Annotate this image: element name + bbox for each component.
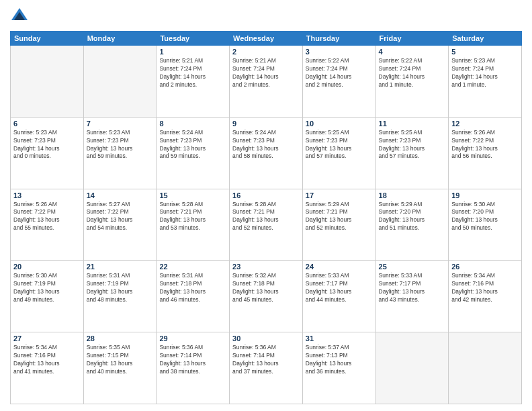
day-number: 26 xyxy=(451,263,519,271)
calendar-cell: 20Sunrise: 5:30 AM Sunset: 7:19 PM Dayli… xyxy=(11,261,84,332)
header xyxy=(10,7,522,26)
day-number: 1 xyxy=(159,48,226,56)
day-number: 18 xyxy=(379,191,446,199)
calendar-week-2: 6Sunrise: 5:23 AM Sunset: 7:23 PM Daylig… xyxy=(11,117,522,189)
calendar-cell: 21Sunrise: 5:31 AM Sunset: 7:19 PM Dayli… xyxy=(83,261,157,332)
day-number: 20 xyxy=(13,263,81,271)
day-number: 24 xyxy=(306,263,373,271)
calendar-cell: 18Sunrise: 5:29 AM Sunset: 7:20 PM Dayli… xyxy=(375,189,449,261)
cell-info: Sunrise: 5:25 AM Sunset: 7:23 PM Dayligh… xyxy=(379,129,446,161)
day-number: 30 xyxy=(232,334,300,342)
calendar-week-4: 20Sunrise: 5:30 AM Sunset: 7:19 PM Dayli… xyxy=(11,261,522,332)
cell-info: Sunrise: 5:36 AM Sunset: 7:14 PM Dayligh… xyxy=(232,344,300,376)
calendar-table: SundayMondayTuesdayWednesdayThursdayFrid… xyxy=(10,31,522,404)
weekday-header-wednesday: Wednesday xyxy=(230,32,303,46)
cell-info: Sunrise: 5:29 AM Sunset: 7:21 PM Dayligh… xyxy=(306,201,373,233)
day-number: 28 xyxy=(87,334,154,342)
calendar-cell: 16Sunrise: 5:28 AM Sunset: 7:21 PM Dayli… xyxy=(230,189,303,261)
day-number: 22 xyxy=(159,263,226,271)
cell-info: Sunrise: 5:24 AM Sunset: 7:23 PM Dayligh… xyxy=(159,129,226,161)
cell-info: Sunrise: 5:21 AM Sunset: 7:24 PM Dayligh… xyxy=(159,57,226,89)
cell-info: Sunrise: 5:23 AM Sunset: 7:23 PM Dayligh… xyxy=(87,129,154,161)
cell-info: Sunrise: 5:37 AM Sunset: 7:13 PM Dayligh… xyxy=(306,344,373,376)
calendar-cell: 14Sunrise: 5:27 AM Sunset: 7:22 PM Dayli… xyxy=(83,189,157,261)
day-number: 17 xyxy=(306,191,373,199)
calendar-cell: 12Sunrise: 5:26 AM Sunset: 7:22 PM Dayli… xyxy=(449,117,522,189)
weekday-header-row: SundayMondayTuesdayWednesdayThursdayFrid… xyxy=(11,32,522,46)
weekday-header-sunday: Sunday xyxy=(11,32,84,46)
cell-info: Sunrise: 5:32 AM Sunset: 7:18 PM Dayligh… xyxy=(232,272,300,304)
calendar-cell: 28Sunrise: 5:35 AM Sunset: 7:15 PM Dayli… xyxy=(83,332,157,404)
calendar-cell xyxy=(11,46,84,118)
cell-info: Sunrise: 5:28 AM Sunset: 7:21 PM Dayligh… xyxy=(159,201,226,233)
calendar-cell: 15Sunrise: 5:28 AM Sunset: 7:21 PM Dayli… xyxy=(157,189,230,261)
cell-info: Sunrise: 5:34 AM Sunset: 7:16 PM Dayligh… xyxy=(13,344,81,376)
calendar-cell: 23Sunrise: 5:32 AM Sunset: 7:18 PM Dayli… xyxy=(230,261,303,332)
calendar-cell: 19Sunrise: 5:30 AM Sunset: 7:20 PM Dayli… xyxy=(449,189,522,261)
calendar-cell: 29Sunrise: 5:36 AM Sunset: 7:14 PM Dayli… xyxy=(157,332,230,404)
weekday-header-friday: Friday xyxy=(375,32,449,46)
calendar-cell: 5Sunrise: 5:23 AM Sunset: 7:24 PM Daylig… xyxy=(449,46,522,118)
calendar-cell: 7Sunrise: 5:23 AM Sunset: 7:23 PM Daylig… xyxy=(83,117,157,189)
calendar-cell xyxy=(375,332,449,404)
cell-info: Sunrise: 5:31 AM Sunset: 7:18 PM Dayligh… xyxy=(159,272,226,304)
weekday-header-tuesday: Tuesday xyxy=(157,32,230,46)
calendar-cell: 26Sunrise: 5:34 AM Sunset: 7:16 PM Dayli… xyxy=(449,261,522,332)
day-number: 3 xyxy=(306,48,373,56)
calendar-cell: 6Sunrise: 5:23 AM Sunset: 7:23 PM Daylig… xyxy=(11,117,84,189)
day-number: 9 xyxy=(232,120,300,128)
calendar-cell: 9Sunrise: 5:24 AM Sunset: 7:23 PM Daylig… xyxy=(230,117,303,189)
cell-info: Sunrise: 5:22 AM Sunset: 7:24 PM Dayligh… xyxy=(306,57,373,89)
weekday-header-thursday: Thursday xyxy=(302,32,375,46)
day-number: 12 xyxy=(451,120,519,128)
calendar-cell: 3Sunrise: 5:22 AM Sunset: 7:24 PM Daylig… xyxy=(302,46,375,118)
day-number: 31 xyxy=(306,334,373,342)
calendar-cell: 27Sunrise: 5:34 AM Sunset: 7:16 PM Dayli… xyxy=(11,332,84,404)
day-number: 13 xyxy=(13,191,81,199)
weekday-header-monday: Monday xyxy=(83,32,157,46)
calendar-cell: 1Sunrise: 5:21 AM Sunset: 7:24 PM Daylig… xyxy=(157,46,230,118)
day-number: 4 xyxy=(379,48,446,56)
calendar-cell: 11Sunrise: 5:25 AM Sunset: 7:23 PM Dayli… xyxy=(375,117,449,189)
cell-info: Sunrise: 5:28 AM Sunset: 7:21 PM Dayligh… xyxy=(232,201,300,233)
cell-info: Sunrise: 5:35 AM Sunset: 7:15 PM Dayligh… xyxy=(87,344,154,376)
calendar-week-5: 27Sunrise: 5:34 AM Sunset: 7:16 PM Dayli… xyxy=(11,332,522,404)
calendar-cell: 31Sunrise: 5:37 AM Sunset: 7:13 PM Dayli… xyxy=(302,332,375,404)
calendar-cell: 24Sunrise: 5:33 AM Sunset: 7:17 PM Dayli… xyxy=(302,261,375,332)
cell-info: Sunrise: 5:24 AM Sunset: 7:23 PM Dayligh… xyxy=(232,129,300,161)
day-number: 8 xyxy=(159,120,226,128)
cell-info: Sunrise: 5:21 AM Sunset: 7:24 PM Dayligh… xyxy=(232,57,300,89)
cell-info: Sunrise: 5:34 AM Sunset: 7:16 PM Dayligh… xyxy=(451,272,519,304)
day-number: 5 xyxy=(451,48,519,56)
cell-info: Sunrise: 5:33 AM Sunset: 7:17 PM Dayligh… xyxy=(379,272,446,304)
day-number: 2 xyxy=(232,48,300,56)
calendar-cell: 13Sunrise: 5:26 AM Sunset: 7:22 PM Dayli… xyxy=(11,189,84,261)
day-number: 15 xyxy=(159,191,226,199)
day-number: 25 xyxy=(379,263,446,271)
day-number: 21 xyxy=(87,263,154,271)
calendar-cell: 2Sunrise: 5:21 AM Sunset: 7:24 PM Daylig… xyxy=(230,46,303,118)
cell-info: Sunrise: 5:26 AM Sunset: 7:22 PM Dayligh… xyxy=(451,129,519,161)
day-number: 29 xyxy=(159,334,226,342)
cell-info: Sunrise: 5:22 AM Sunset: 7:24 PM Dayligh… xyxy=(379,57,446,89)
calendar-week-1: 1Sunrise: 5:21 AM Sunset: 7:24 PM Daylig… xyxy=(11,46,522,118)
calendar-cell: 8Sunrise: 5:24 AM Sunset: 7:23 PM Daylig… xyxy=(157,117,230,189)
cell-info: Sunrise: 5:23 AM Sunset: 7:23 PM Dayligh… xyxy=(13,129,81,161)
logo xyxy=(10,7,32,26)
weekday-header-saturday: Saturday xyxy=(449,32,522,46)
calendar-cell: 30Sunrise: 5:36 AM Sunset: 7:14 PM Dayli… xyxy=(230,332,303,404)
day-number: 14 xyxy=(87,191,154,199)
day-number: 6 xyxy=(13,120,81,128)
logo-icon xyxy=(10,7,29,26)
day-number: 23 xyxy=(232,263,300,271)
cell-info: Sunrise: 5:25 AM Sunset: 7:23 PM Dayligh… xyxy=(306,129,373,161)
day-number: 16 xyxy=(232,191,300,199)
day-number: 7 xyxy=(87,120,154,128)
calendar-cell: 17Sunrise: 5:29 AM Sunset: 7:21 PM Dayli… xyxy=(302,189,375,261)
cell-info: Sunrise: 5:29 AM Sunset: 7:20 PM Dayligh… xyxy=(379,201,446,233)
cell-info: Sunrise: 5:23 AM Sunset: 7:24 PM Dayligh… xyxy=(451,57,519,89)
cell-info: Sunrise: 5:30 AM Sunset: 7:19 PM Dayligh… xyxy=(13,272,81,304)
cell-info: Sunrise: 5:27 AM Sunset: 7:22 PM Dayligh… xyxy=(87,201,154,233)
day-number: 27 xyxy=(13,334,81,342)
calendar-cell xyxy=(83,46,157,118)
